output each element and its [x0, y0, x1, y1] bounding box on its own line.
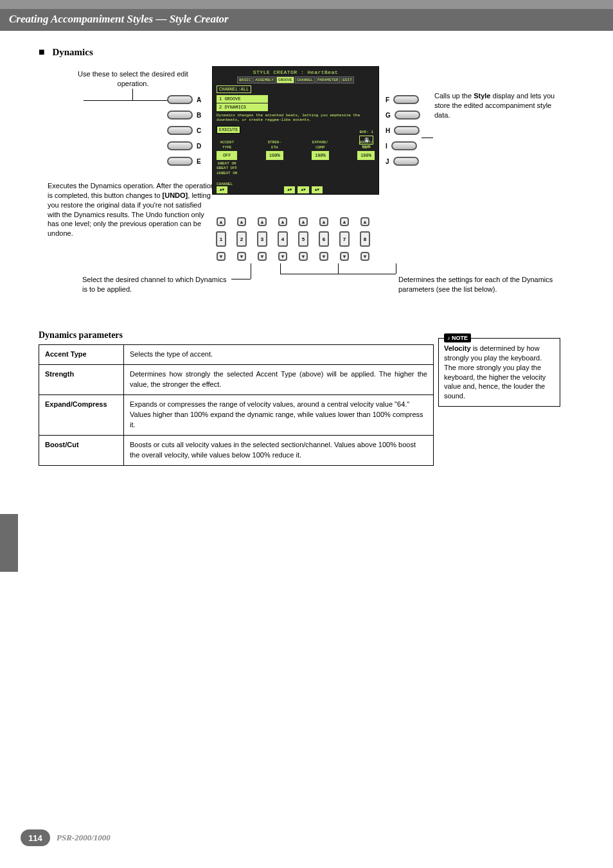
header-title: Creating Accompaniment Styles — Style Cr…: [0, 9, 613, 31]
text-bold: [UNDO]: [163, 191, 188, 199]
panel-button-h[interactable]: H: [386, 126, 420, 135]
lcd-menu-item: 2 DYNAMICS: [217, 103, 268, 111]
slider-6[interactable]: ▲6▼: [315, 217, 333, 261]
param-desc: Determines how strongly the selected Acc…: [124, 364, 434, 394]
note-box: NOTE Velocity is determined by how stron…: [438, 338, 560, 407]
panel-button-e[interactable]: E: [167, 157, 201, 166]
param-desc: Expands or compresses the range of veloc…: [124, 394, 434, 435]
lcd-arrows: ▲▼: [312, 186, 323, 193]
param-name: Strength: [39, 364, 124, 394]
leader-line: [231, 279, 251, 279]
lcd-tab: CHANNEL: [295, 76, 315, 84]
slider-3[interactable]: ▲3▼: [253, 217, 271, 261]
param-name: Boost/Cut: [39, 435, 124, 465]
lcd-title: STYLE CREATOR : HeartBeat: [217, 69, 375, 75]
lcd-description: Dynamics changes the accented beats, let…: [217, 113, 375, 122]
page-number: 114: [21, 829, 50, 846]
slider-2[interactable]: ▲2▼: [233, 217, 251, 261]
leader-line: [280, 263, 281, 274]
leader-line: [132, 89, 133, 100]
slider-8[interactable]: ▲8▼: [356, 217, 374, 261]
leader-line: [251, 263, 251, 279]
slider-5[interactable]: ▲5▼: [294, 217, 312, 261]
param-name: Accent Type: [39, 345, 124, 365]
lcd-channel-label-bottom: CHANNEL: [217, 182, 233, 186]
panel-button-i[interactable]: I: [386, 141, 417, 150]
lcd-tab-active: GROOVE: [276, 76, 294, 84]
section-heading-text: Dynamics: [52, 47, 93, 57]
text: Calls up the: [434, 92, 474, 100]
callout-param-settings: Determines the settings for each of the …: [398, 275, 565, 294]
lcd-arrows: ▲▼: [284, 186, 295, 193]
leader-line: [338, 263, 339, 274]
lcd-tab: ASSEMBLY: [253, 76, 276, 84]
top-stripe: [0, 0, 613, 9]
lcd-arrows: ▲▼: [217, 186, 227, 193]
note-label: NOTE: [444, 333, 471, 342]
slider-row: ▲1▼ ▲2▼ ▲3▼ ▲4▼ ▲5▼ ▲6▼ ▲7▼ ▲8▼: [212, 217, 374, 261]
footer: 114 PSR-2000/1000: [21, 829, 111, 846]
slider-7[interactable]: ▲7▼: [335, 217, 353, 261]
lcd-param-expand: EXPAND/ COMP100%: [312, 140, 329, 175]
footer-model: PSR-2000/1000: [57, 833, 111, 843]
table-row: Expand/Compress Expands or compresses th…: [39, 394, 434, 435]
slider-1[interactable]: ▲1▼: [212, 217, 230, 261]
lcd-params: ACCENT TYPEOFF8BEAT ON 8BEAT OFF 16BEAT …: [217, 140, 375, 175]
param-name: Expand/Compress: [39, 394, 124, 435]
lcd-channel-label: CHANNEL:ALL: [217, 85, 251, 93]
lcd-tab: BASIC: [237, 76, 253, 84]
param-desc: Boosts or cuts all velocity values in th…: [124, 435, 434, 465]
lcd-save: BAR: 1 💾 SAVE: [359, 130, 373, 149]
callout-execute-undo: Executes the Dynamics operation. After t…: [48, 181, 215, 238]
callout-select-channel: Select the desired channel to which Dyna…: [82, 275, 230, 294]
lcd-param-strength: STREN- GTH100%: [266, 140, 283, 175]
panel-button-f[interactable]: F: [386, 95, 419, 104]
lcd-arrows: ▲▼: [298, 186, 308, 193]
lcd-tabs: BASIC ASSEMBLY GROOVE CHANNEL PARAMETER …: [217, 76, 375, 84]
callout-select-operation: Use these to select the desired edit ope…: [72, 69, 194, 89]
side-tab: [0, 514, 18, 572]
table-row: Accent Type Selects the type of accent.: [39, 345, 434, 365]
lcd-execute: EXECUTE: [217, 126, 240, 134]
slider-4[interactable]: ▲4▼: [274, 217, 292, 261]
lcd-tab: EDIT: [341, 76, 353, 84]
panel-button-j[interactable]: J: [386, 157, 419, 166]
lcd-menu-list: 1 GROOVE 2 DYNAMICS: [217, 94, 375, 111]
callout-style-display: Calls up the Style display and lets you …: [434, 91, 563, 120]
text-bold: Style: [474, 92, 490, 100]
lcd-tab: PARAMETER: [315, 76, 340, 84]
panel-button-c[interactable]: C: [167, 126, 201, 135]
lcd-param-accent: ACCENT TYPEOFF8BEAT ON 8BEAT OFF 16BEAT …: [217, 140, 237, 175]
param-desc: Selects the type of accent.: [124, 345, 434, 365]
leader-line: [396, 263, 396, 274]
panel-button-a[interactable]: A: [167, 95, 201, 104]
diagram: Use these to select the desired edit ope…: [39, 69, 574, 326]
panel-button-d[interactable]: D: [167, 141, 201, 150]
lcd-screen: STYLE CREATOR : HeartBeat BASIC ASSEMBLY…: [212, 66, 379, 195]
leader-line: [422, 137, 433, 138]
note-text: is determined by how strongly you play t…: [444, 344, 546, 400]
section-heading: ■ Dynamics: [39, 46, 574, 58]
table-row: Boost/Cut Boosts or cuts all velocity va…: [39, 435, 434, 465]
bullet-icon: ■: [39, 46, 45, 57]
leader-line: [280, 274, 396, 274]
panel-button-g[interactable]: G: [386, 111, 420, 120]
panel-button-b[interactable]: B: [167, 111, 201, 120]
table-row: Strength Determines how strongly the sel…: [39, 364, 434, 394]
params-table: Accent Type Selects the type of accent. …: [39, 344, 434, 466]
note-bold: Velocity: [444, 344, 471, 352]
lcd-menu-item: 1 GROOVE: [217, 95, 268, 103]
